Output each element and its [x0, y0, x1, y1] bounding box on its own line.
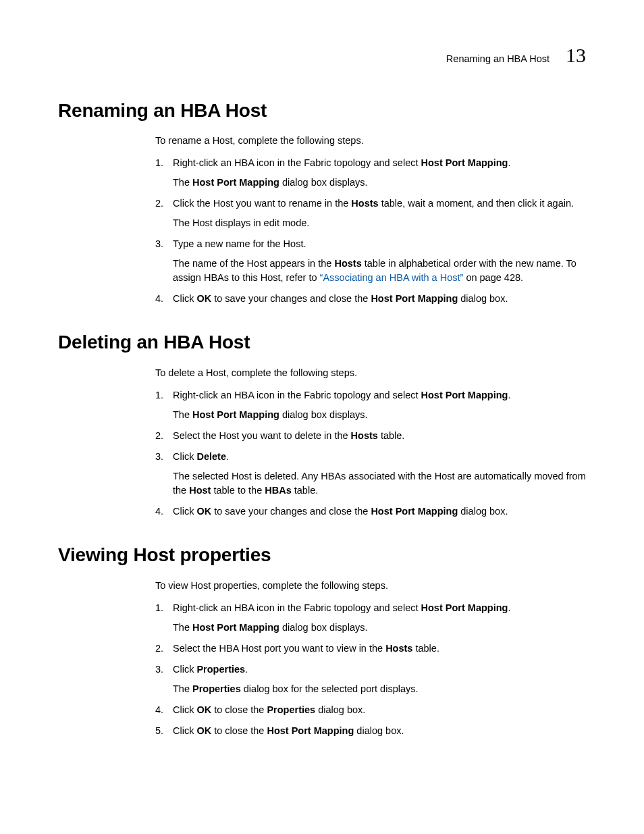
step-body: The selected Host is deleted. Any HBAs a…: [173, 469, 586, 498]
step-number: 3.: [155, 237, 173, 251]
step-number: 2.: [155, 429, 173, 443]
step-text: Right-click an HBA icon in the Fabric to…: [173, 601, 586, 615]
bold-term: Properties: [192, 683, 241, 694]
step-text: Click Properties.: [173, 662, 586, 677]
bold-term: Host Port Mapping: [267, 725, 354, 736]
bold-term: Host Port Mapping: [421, 157, 508, 168]
step-body: The Host Port Mapping dialog box display…: [173, 621, 586, 635]
step-item: 4.Click OK to close the Properties dialo…: [155, 703, 586, 717]
section-intro: To view Host properties, complete the fo…: [155, 579, 586, 593]
step-item: 1.Right-click an HBA icon in the Fabric …: [155, 156, 586, 190]
bold-term: Host Port Mapping: [421, 602, 508, 613]
step-item: 1.Right-click an HBA icon in the Fabric …: [155, 388, 586, 422]
step-body: The name of the Host appears in the Host…: [173, 257, 586, 285]
bold-term: Hosts: [351, 430, 378, 441]
step-item: 4.Click OK to save your changes and clos…: [155, 292, 586, 306]
step-item: 3.Type a new name for the Host.The name …: [155, 237, 586, 285]
step-number: 1.: [155, 156, 173, 170]
step-text: Click OK to close the Host Port Mapping …: [173, 724, 586, 738]
step-number: 3.: [155, 662, 173, 677]
step-text: Click OK to save your changes and close …: [173, 504, 586, 519]
step-text: Select the Host you want to delete in th…: [173, 429, 586, 443]
step-list: 1.Right-click an HBA icon in the Fabric …: [155, 156, 586, 306]
step-item: 1.Right-click an HBA icon in the Fabric …: [155, 601, 586, 635]
step-number: 4.: [155, 703, 173, 717]
step-number: 1.: [155, 388, 173, 402]
section-intro: To delete a Host, complete the following…: [155, 366, 586, 380]
section-heading: Deleting an HBA Host: [58, 329, 586, 357]
bold-term: Host: [189, 485, 211, 496]
step-item: 2.Select the HBA Host port you want to v…: [155, 642, 586, 656]
step-number: 2.: [155, 642, 173, 656]
bold-term: HBAs: [265, 485, 291, 496]
bold-term: OK: [196, 725, 211, 736]
step-list: 1.Right-click an HBA icon in the Fabric …: [155, 388, 586, 519]
step-text: Click OK to close the Properties dialog …: [173, 703, 586, 717]
step-list: 1.Right-click an HBA icon in the Fabric …: [155, 601, 586, 738]
step-item: 2.Select the Host you want to delete in …: [155, 429, 586, 443]
step-body: The Properties dialog box for the select…: [173, 682, 586, 696]
section-heading: Renaming an HBA Host: [58, 97, 586, 125]
bold-term: Host Port Mapping: [192, 409, 279, 420]
section-intro: To rename a Host, complete the following…: [155, 134, 586, 148]
page: Renaming an HBA Host 13 Renaming an HBA …: [0, 0, 644, 834]
section-heading: Viewing Host properties: [58, 542, 586, 569]
bold-term: Properties: [196, 664, 245, 675]
step-text: Right-click an HBA icon in the Fabric to…: [173, 156, 586, 170]
bold-term: Properties: [267, 704, 315, 715]
bold-term: Host Port Mapping: [421, 390, 508, 400]
step-number: 2.: [155, 197, 173, 211]
step-item: 5.Click OK to close the Host Port Mappin…: [155, 724, 586, 738]
step-number: 4.: [155, 504, 173, 519]
step-text: Click the Host you want to rename in the…: [173, 197, 586, 211]
step-number: 4.: [155, 292, 173, 306]
step-number: 5.: [155, 724, 173, 738]
bold-term: Host Port Mapping: [371, 506, 458, 517]
step-text: Right-click an HBA icon in the Fabric to…: [173, 388, 586, 402]
step-item: 3.Click Properties.The Properties dialog…: [155, 662, 586, 696]
step-item: 3.Click Delete.The selected Host is dele…: [155, 450, 586, 498]
bold-term: OK: [196, 704, 211, 715]
bold-term: Delete: [196, 451, 226, 462]
bold-term: Host Port Mapping: [192, 622, 279, 633]
chapter-number: 13: [566, 41, 586, 70]
bold-term: Host Port Mapping: [371, 293, 458, 304]
running-title: Renaming an HBA Host: [446, 52, 549, 66]
bold-term: Hosts: [385, 643, 412, 654]
step-text: Click OK to save your changes and close …: [173, 292, 586, 306]
bold-term: Hosts: [334, 258, 361, 269]
step-body: The Host displays in edit mode.: [173, 216, 586, 230]
step-number: 3.: [155, 450, 173, 464]
step-item: 4.Click OK to save your changes and clos…: [155, 504, 586, 519]
bold-term: Hosts: [351, 198, 378, 209]
step-text: Type a new name for the Host.: [173, 237, 586, 251]
step-item: 2.Click the Host you want to rename in t…: [155, 197, 586, 230]
step-body: The Host Port Mapping dialog box display…: [173, 176, 586, 190]
bold-term: OK: [196, 506, 211, 517]
step-number: 1.: [155, 601, 173, 615]
step-body: The Host Port Mapping dialog box display…: [173, 408, 586, 422]
bold-term: Host Port Mapping: [192, 177, 279, 188]
step-text: Click Delete.: [173, 450, 586, 464]
bold-term: OK: [196, 293, 211, 304]
cross-reference-link[interactable]: “Associating an HBA with a Host”: [320, 272, 464, 283]
step-text: Select the HBA Host port you want to vie…: [173, 642, 586, 656]
running-header: Renaming an HBA Host 13: [58, 41, 586, 70]
